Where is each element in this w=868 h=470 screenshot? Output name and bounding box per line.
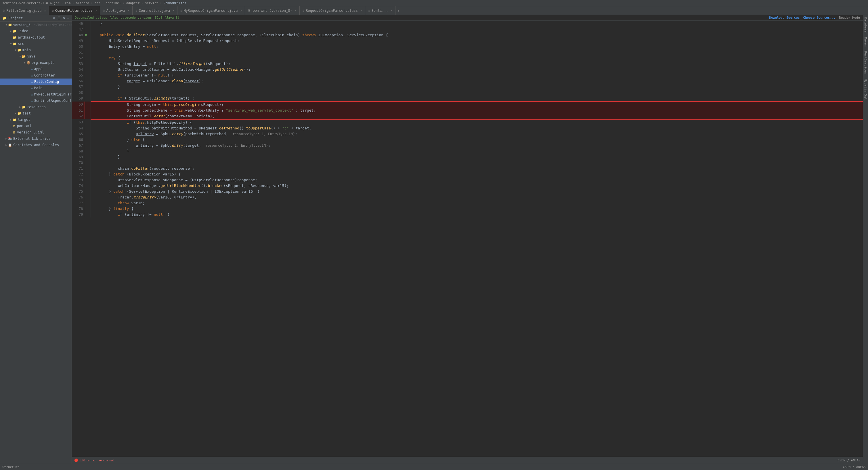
breadcrumb-part: adapter [126,1,140,5]
project-tree: ▼ 📁 version_8 ~/Desktop/MyTestCode/versi… [0,22,72,464]
database-panel-tab[interactable]: Database [863,15,868,35]
tree-item-MyRequestOriginParser[interactable]: ☕ MyRequestOriginParser [0,91,72,97]
close-icon[interactable]: ✕ [391,9,392,12]
java-icon: ☕ [135,9,137,12]
xml-icon: 🗎 [248,9,251,12]
table-row: 69 } [72,154,863,160]
tab-FilterConfig[interactable]: ☕ FilterConfig.java ✕ [0,6,49,15]
status-right: CSDN / ANEAS [838,459,861,462]
tab-label: App8.java [106,9,125,13]
rest-services-panel-tab[interactable]: RestServices [863,49,868,76]
structure-tab[interactable]: Structure [2,465,20,469]
close-icon[interactable]: ✕ [360,9,362,12]
tab-App8[interactable]: ☕ App8.java ✕ [100,6,132,15]
table-row: 53 String target = FilterUtil.filterTarg… [72,61,863,67]
close-icon[interactable]: ✕ [128,9,129,12]
table-row: 72 } catch (BlockException var15) { [72,171,863,177]
table-row: 61 String contextName = this.webContextU… [72,107,863,113]
error-bar[interactable]: 🔴 IDE error occurred CSDN / ANEAS [72,457,863,464]
mybatis-panel-tab[interactable]: Mybatis Sql [863,76,868,102]
java-icon: ☕ [368,9,370,12]
sidebar-title: Project [8,16,23,20]
tree-item-java[interactable]: ▼ 📂 java [0,53,72,60]
breadcrumb-part: alibaba [76,1,89,5]
status-right-info: CSDM / ANEAS [843,465,866,469]
tree-item-target[interactable]: ▶ 📁 target [0,117,72,123]
tab-Senti[interactable]: ☕ Senti... ✕ [365,6,396,15]
tree-item-version8[interactable]: ▼ 📁 version_8 ~/Desktop/MyTestCode/versi… [0,22,72,28]
tab-MyRequestOriginParser[interactable]: ☕ MyRequestOriginParser.java ✕ [178,6,245,15]
table-row: 68 } [72,149,863,154]
tree-item-Main[interactable]: ☕ Main [0,85,72,91]
right-panel-tabs: Database Maven RestServices Mybatis Sql [863,15,868,464]
table-row: 49 HttpServletRequest sRequest = (HttpSe… [72,38,863,44]
sidebar-header: 📁 Project ⊕ ☰ ⚙ — [0,15,72,22]
tab-pom[interactable]: 🗎 pom.xml (version_8) ✕ [245,6,300,15]
table-row: 56 target = urlCleaner.clean(target); [72,78,863,84]
gear-icon[interactable]: ⚙ [63,16,65,20]
minimize-icon[interactable]: — [67,16,69,20]
tree-item-iml[interactable]: 🗎 version_8.iml [0,129,72,135]
error-text: IDE error occurred [80,459,114,462]
info-bar: Decompiled .class file, bytecode version… [72,15,863,21]
sidebar: 📁 Project ⊕ ☰ ⚙ — ▼ 📁 version_8 ~/Deskto… [0,15,72,464]
code-table: 46 } 47 48 ● public void d [72,21,863,217]
table-row: 75 } catch (ServletException | RuntimeEx… [72,189,863,194]
choose-sources-link[interactable]: Choose Sources... [803,16,836,20]
table-row: 74 WebCallbackManager.getUrlBlockHandler… [72,183,863,189]
tab-label: Controller.java [139,9,170,13]
tab-label: RequestOriginParser.class [306,9,358,13]
tree-item-Controller[interactable]: ☕ Controller [0,72,72,79]
table-row: 48 ● public void doFilter(ServletRequest… [72,32,863,38]
table-row: 58 [72,90,863,95]
reader-mode-btn[interactable]: Reader Mode [839,16,860,20]
table-row: 65 urlEntry = SphU.entry(pathWithHttpMet… [72,131,863,137]
tab-label: FilterConfig.java [6,9,42,13]
tree-item-SentinelAspect[interactable]: ☕ SentinelAspectConfiguration [0,97,72,104]
tree-item-main[interactable]: ▼ 📁 main [0,47,72,53]
close-icon[interactable]: ✕ [173,9,174,12]
tree-item-pom[interactable]: 🗎 pom.xml [0,123,72,129]
tab-label: Senti... [372,9,388,13]
close-icon[interactable]: ✕ [240,9,242,12]
scope-icon[interactable]: ⊕ [53,16,55,20]
breadcrumb-part: sentinel-web-servlet-1.8.6.jar [2,1,60,5]
table-row: 60 String origin = this.parseOrigin(sReq… [72,101,863,107]
code-scroll[interactable]: 46 } 47 48 ● public void d [72,21,863,457]
close-icon[interactable]: ✕ [295,9,297,12]
breadcrumb-part: sentinel [105,1,121,5]
table-row: 77 throw var16; [72,200,863,206]
tab-label: CommonFilter.class [55,9,93,13]
close-icon[interactable]: ✕ [44,9,46,12]
table-row: 59 if (!StringUtil.isEmpty(target)) { [72,95,863,101]
tab-CommonFilter[interactable]: ☕ CommonFilter.class ✕ [49,6,100,15]
tab-overflow[interactable]: ▾ [396,6,401,15]
table-row: 57 } [72,84,863,90]
table-row: 63 if (this.httpMethodSpecify) { [72,119,863,125]
java-icon: ☕ [180,9,182,12]
tree-item-resources[interactable]: ▶ 📁 resources [0,104,72,110]
tree-item-arthas[interactable]: 📁 arthas-output [0,34,72,40]
table-row: 76 Tracer.traceEntry(var16, urlEntry); [72,194,863,200]
java-icon: ☕ [3,9,5,12]
tree-item-FilterConfig[interactable]: ☕ FilterConfig [0,79,72,85]
tree-item-App8[interactable]: ☕ App8 [0,66,72,72]
table-row: 55 if (urlCleaner != null) { [72,72,863,78]
tree-item-src[interactable]: ▼ 📁 src [0,40,72,47]
tree-item-scratches[interactable]: ▶ 📋 Scratches and Consoles [0,142,72,148]
tab-label: MyRequestOriginParser.java [184,9,238,13]
tree-item-org-example[interactable]: ▼ 📦 org.example [0,60,72,66]
tab-RequestOriginParser[interactable]: ☕ RequestOriginParser.class ✕ [300,6,365,15]
maven-panel-tab[interactable]: Maven [863,35,868,49]
breadcrumb-bar: sentinel-web-servlet-1.8.6.jar › com › a… [0,0,868,6]
close-icon[interactable]: ✕ [95,9,97,12]
download-sources-link[interactable]: Download Sources [769,16,800,20]
table-row: 71 chain.doFilter(request, response); [72,166,863,171]
tab-Controller[interactable]: ☕ Controller.java ✕ [132,6,178,15]
tree-item-idea[interactable]: ▶ 📁 .idea [0,28,72,34]
table-row: 78 } finally { [72,206,863,212]
expand-icon[interactable]: ☰ [58,16,61,20]
tree-item-test[interactable]: ▶ 📁 test [0,110,72,117]
table-row: 51 [72,50,863,55]
tree-item-ext-libs[interactable]: ▶ 📚 External Libraries [0,135,72,142]
